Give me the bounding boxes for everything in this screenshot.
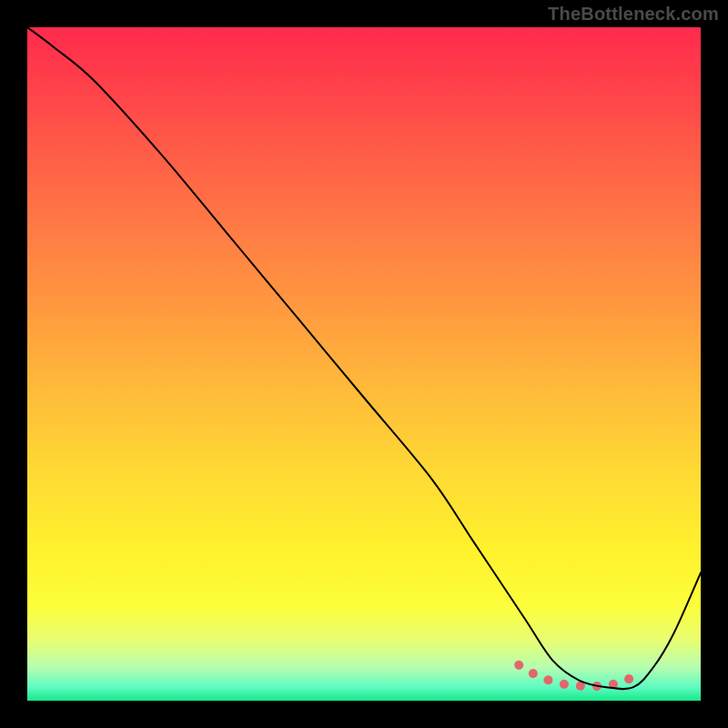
chart-canvas: TheBottleneck.com (0, 0, 728, 728)
plot-area (27, 27, 701, 701)
watermark-label: TheBottleneck.com (548, 4, 719, 25)
optimal-range-marker (519, 665, 640, 686)
curve-layer (27, 27, 701, 701)
bottleneck-curve (27, 27, 701, 689)
